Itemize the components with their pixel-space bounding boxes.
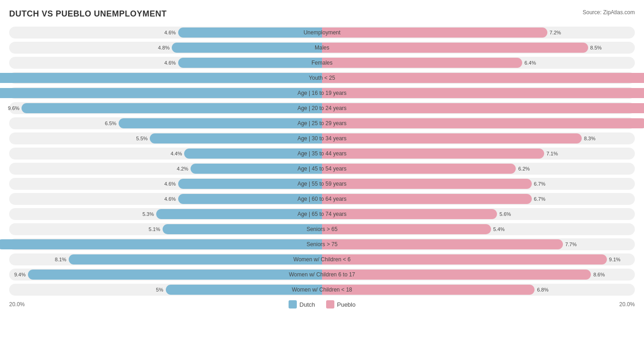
chart-row: 5.3% 5.6% Age | 65 to 74 years: [9, 207, 635, 221]
dutch-value: 4.6%: [164, 30, 176, 35]
pueblo-bar: 13.9%: [322, 73, 644, 83]
chart-row: 4.2% 6.2% Age | 45 to 54 years: [9, 162, 635, 176]
row-bg: 5.1% 5.4% Seniors > 65: [9, 223, 635, 235]
chart-area: 4.6% 7.2% Unemployment 4.8% 8.5% Males: [9, 26, 635, 297]
dutch-value: 9.4%: [14, 272, 26, 277]
pueblo-bar: 6.7%: [322, 179, 532, 189]
chart-row: 4.6% 6.7% Age | 55 to 59 years: [9, 177, 635, 191]
chart-source: Source: ZipAtlas.com: [583, 9, 635, 16]
pueblo-bar: 7.7%: [322, 239, 563, 249]
dutch-value: 5.1%: [149, 226, 160, 232]
row-label: Seniors > 75: [306, 241, 338, 248]
dutch-bar: 4.6%: [178, 28, 322, 38]
pueblo-bar: 5.6%: [322, 209, 497, 219]
row-label: Age | 25 to 29 years: [297, 120, 346, 127]
dutch-value: 4.2%: [177, 166, 188, 171]
pueblo-bar: 8.6%: [322, 270, 591, 280]
row-bg: 4.6% 7.2% Unemployment: [9, 27, 635, 39]
chart-row: 8.1% 9.1% Women w/ Children < 6: [9, 253, 635, 266]
chart-row: 5.5% 8.3% Age | 30 to 34 years: [9, 132, 635, 145]
chart-row: 4.4% 7.1% Age | 35 to 44 years: [9, 147, 635, 160]
dutch-value: 4.6%: [164, 181, 176, 187]
row-label: Age | 45 to 54 years: [297, 165, 346, 172]
row-label: Women w/ Children < 6: [294, 256, 351, 263]
pueblo-value: 8.5%: [590, 45, 602, 50]
legend-color-pueblo: [326, 300, 334, 308]
pueblo-value: 9.1%: [609, 257, 621, 262]
dutch-value: 6.5%: [105, 121, 116, 126]
pueblo-bar: 9.1%: [322, 254, 607, 264]
chart-row: 4.6% 7.2% Unemployment: [9, 26, 635, 39]
row-bg: 5% 6.8% Women w/ Children < 18: [9, 284, 635, 296]
row-label: Age | 60 to 64 years: [297, 196, 346, 202]
dutch-value: 4.4%: [170, 151, 182, 156]
row-bg: 4.4% 7.1% Age | 35 to 44 years: [9, 148, 635, 160]
dutch-value: 5%: [156, 287, 164, 292]
row-bg: 5.3% 5.6% Age | 65 to 74 years: [9, 208, 635, 220]
axis-label-right: 20.0%: [619, 301, 635, 308]
dutch-value: 9.6%: [8, 105, 19, 111]
chart-container: DUTCH VS PUEBLO UNEMPLOYMENT Source: Zip…: [0, 0, 644, 313]
chart-row: 4.8% 8.5% Males: [9, 41, 635, 55]
chart-row: 4.6% 6.7% Age | 60 to 64 years: [9, 192, 635, 206]
pueblo-bar: 6.4%: [322, 58, 522, 68]
row-bg: 4.6% 6.7% Age | 60 to 64 years: [9, 193, 635, 205]
row-bg: 4.2% 6.2% Age | 45 to 54 years: [9, 163, 635, 175]
chart-header: DUTCH VS PUEBLO UNEMPLOYMENT Source: Zip…: [9, 9, 635, 19]
row-label: Youth < 25: [309, 75, 335, 81]
row-label: Age | 16 to 19 years: [297, 90, 346, 96]
row-bg: 6.5% 10.4% Age | 25 to 29 years: [9, 117, 635, 129]
chart-row: 9.4% 8.6% Women w/ Children 6 to 17: [9, 268, 635, 281]
pueblo-bar: 19.8%: [322, 88, 644, 98]
pueblo-value: 6.2%: [518, 166, 529, 171]
pueblo-bar: 7.2%: [322, 28, 547, 38]
pueblo-value: 6.7%: [534, 181, 546, 187]
pueblo-value: 6.7%: [534, 196, 546, 202]
chart-row: 15.9% 19.8% Age | 16 to 19 years: [9, 86, 635, 100]
pueblo-bar: 5.4%: [322, 224, 491, 234]
dutch-value: 8.1%: [55, 257, 66, 262]
legend: Dutch Pueblo: [289, 300, 355, 308]
chart-row: 4.6% 6.4% Females: [9, 56, 635, 70]
dutch-bar: 4.8%: [172, 43, 322, 53]
pueblo-value: 7.7%: [565, 242, 577, 247]
dutch-bar: 6.5%: [119, 118, 322, 128]
chart-footer: 20.0% Dutch Pueblo 20.0%: [9, 300, 635, 308]
dutch-value: 5.3%: [142, 211, 154, 217]
dutch-value: 4.8%: [158, 45, 169, 50]
pueblo-value: 6.8%: [537, 287, 548, 292]
dutch-bar: 5.1%: [163, 224, 322, 234]
pueblo-bar: 6.7%: [322, 194, 532, 204]
dutch-bar: 4.6%: [178, 58, 322, 68]
row-bg: 10.4% 7.7% Seniors > 75: [9, 238, 635, 250]
chart-row: 9.6% 13.2% Age | 20 to 24 years: [9, 101, 635, 115]
legend-label-dutch: Dutch: [300, 301, 315, 308]
pueblo-value: 5.6%: [499, 211, 511, 217]
dutch-bar: 9.4%: [28, 270, 322, 280]
row-bg: 15.9% 19.8% Age | 16 to 19 years: [9, 87, 635, 99]
row-bg: 10.6% 13.9% Youth < 25: [9, 72, 635, 84]
chart-row: 6.5% 10.4% Age | 25 to 29 years: [9, 116, 635, 130]
dutch-value: 5.5%: [136, 136, 147, 141]
axis-label-left: 20.0%: [9, 301, 25, 308]
legend-item-pueblo: Pueblo: [326, 300, 355, 308]
pueblo-value: 8.6%: [593, 272, 605, 277]
row-label: Age | 35 to 44 years: [297, 150, 346, 157]
pueblo-bar: 10.4%: [322, 118, 644, 128]
row-bg: 9.4% 8.6% Women w/ Children 6 to 17: [9, 269, 635, 281]
pueblo-bar: 6.8%: [322, 285, 535, 295]
chart-row: 5% 6.8% Women w/ Children < 18: [9, 283, 635, 297]
pueblo-value: 7.2%: [550, 30, 561, 35]
pueblo-value: 5.4%: [493, 226, 505, 232]
chart-row: 10.4% 7.7% Seniors > 75: [9, 237, 635, 251]
row-label: Age | 65 to 74 years: [297, 211, 346, 217]
pueblo-bar: 7.1%: [322, 149, 544, 159]
pueblo-bar: 8.5%: [322, 43, 588, 53]
dutch-bar: 15.9%: [0, 88, 322, 98]
dutch-bar: 8.1%: [69, 254, 322, 264]
row-label: Males: [315, 44, 329, 51]
chart-title: DUTCH VS PUEBLO UNEMPLOYMENT: [9, 9, 167, 19]
row-bg: 5.5% 8.3% Age | 30 to 34 years: [9, 132, 635, 144]
row-bg: 9.6% 13.2% Age | 20 to 24 years: [9, 102, 635, 114]
row-bg: 4.6% 6.7% Age | 55 to 59 years: [9, 178, 635, 190]
